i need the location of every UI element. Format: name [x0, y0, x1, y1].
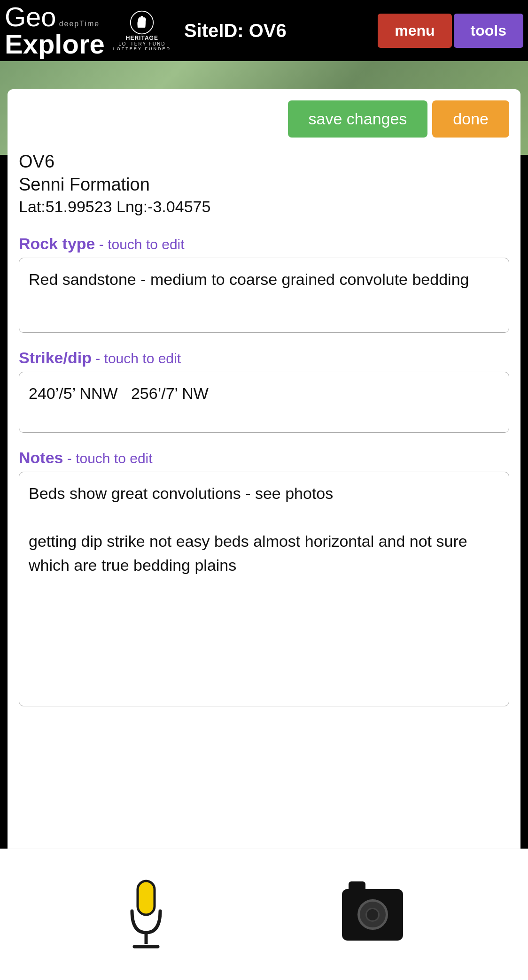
- done-button[interactable]: done: [432, 100, 509, 138]
- notes-edit-hint: - touch to edit: [63, 451, 152, 466]
- hlf-text2: lottery fund: [118, 41, 165, 46]
- content-card: save changes done OV6 Senni Formation La…: [8, 89, 520, 934]
- strike-dip-label-text: Strike/dip: [19, 349, 92, 367]
- deeptime-label: deepTime: [59, 20, 100, 28]
- formation-name: Senni Formation: [19, 175, 509, 195]
- site-id-header: SiteID: OV6: [179, 20, 378, 41]
- save-changes-button[interactable]: save changes: [288, 100, 428, 138]
- logo-geo-text: Geo deepTime: [5, 3, 105, 31]
- action-buttons: save changes done: [19, 100, 509, 138]
- logo-stack: Geo deepTime Explore: [5, 3, 105, 58]
- rock-type-label-text: Rock type: [19, 235, 95, 253]
- camera-button[interactable]: [342, 889, 403, 941]
- camera-bump: [349, 881, 365, 890]
- microphone-icon: [125, 877, 167, 952]
- notes-input[interactable]: [19, 472, 509, 706]
- tools-button[interactable]: tools: [454, 14, 523, 48]
- hlf-hand-icon: [130, 10, 154, 35]
- geo-label: Geo: [5, 3, 56, 31]
- strike-dip-input[interactable]: [19, 372, 509, 433]
- strike-dip-label: Strike/dip - touch to edit: [19, 349, 509, 367]
- site-info: OV6 Senni Formation Lat:51.99523 Lng:-3.…: [19, 152, 509, 216]
- rock-type-label: Rock type - touch to edit: [19, 235, 509, 253]
- camera-lens-inner: [365, 908, 380, 922]
- app-header: Geo deepTime Explore heritage lottery fu…: [0, 0, 528, 61]
- notes-label-text: Notes: [19, 449, 63, 467]
- coordinates: Lat:51.99523 Lng:-3.04575: [19, 198, 509, 216]
- site-id-display: OV6: [19, 152, 509, 172]
- camera-lens: [357, 899, 388, 930]
- hlf-badge: heritage lottery fund LOTTERY FUNDED: [113, 10, 171, 51]
- hlf-text3: LOTTERY FUNDED: [113, 46, 171, 51]
- svg-rect-1: [138, 881, 155, 915]
- hlf-text1: heritage: [126, 35, 158, 41]
- strike-dip-edit-hint: - touch to edit: [92, 351, 181, 366]
- nav-buttons: menu tools: [378, 14, 523, 48]
- logo-area: Geo deepTime Explore: [5, 3, 105, 58]
- notes-label: Notes - touch to edit: [19, 449, 509, 467]
- bottom-toolbar: [0, 849, 528, 980]
- microphone-button[interactable]: [125, 877, 167, 952]
- rock-type-input[interactable]: [19, 258, 509, 333]
- explore-label: Explore: [5, 31, 105, 58]
- rock-type-edit-hint: - touch to edit: [95, 237, 185, 252]
- menu-button[interactable]: menu: [378, 14, 451, 48]
